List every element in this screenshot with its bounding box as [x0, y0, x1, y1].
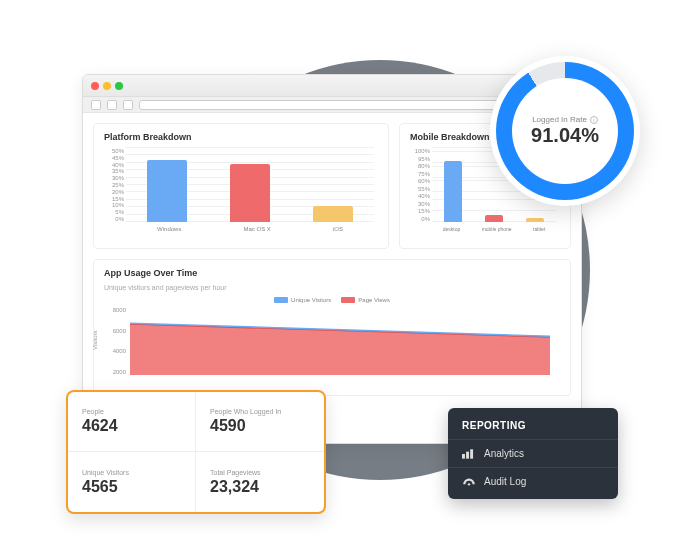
donut-value: 91.04% — [531, 124, 599, 147]
back-button[interactable] — [91, 100, 101, 110]
stat-value: 4565 — [82, 478, 181, 496]
bar-desktop — [444, 161, 462, 222]
bar-tablet — [526, 218, 544, 222]
app-usage-chart: Visitors 8000600040002000 — [104, 307, 560, 387]
area-svg — [130, 307, 550, 375]
y-axis-title: Visitors — [92, 330, 98, 350]
y-axis-labels: 8000600040002000 — [104, 307, 126, 375]
stat-people: People 4624 — [68, 392, 196, 452]
close-icon[interactable] — [91, 82, 99, 90]
donut-label: Logged In Rate i — [532, 115, 598, 124]
reporting-item-analytics[interactable]: Analytics — [448, 439, 618, 467]
legend-unique-visitors: Unique Visitors — [291, 297, 331, 303]
stat-label: People Who Logged In — [210, 408, 310, 415]
reload-button[interactable] — [123, 100, 133, 110]
stat-value: 4590 — [210, 417, 310, 435]
card-title: App Usage Over Time — [104, 268, 560, 278]
y-axis-labels: 50%45%40%35%30%25%20%15%10%5%0% — [104, 148, 124, 222]
legend-page-views: Page Views — [358, 297, 390, 303]
svg-rect-3 — [470, 449, 473, 458]
y-axis-labels: 100%95%80%75%60%55%40%30%15%0% — [410, 148, 430, 222]
bar-windows — [147, 160, 187, 222]
stat-label: Total Pageviews — [210, 469, 310, 476]
svg-rect-1 — [462, 454, 465, 459]
analytics-icon — [462, 449, 476, 459]
forward-button[interactable] — [107, 100, 117, 110]
reporting-item-label: Audit Log — [484, 476, 526, 487]
svg-marker-0 — [130, 324, 550, 375]
card-title: Platform Breakdown — [104, 132, 378, 142]
platform-breakdown-chart: 50%45%40%35%30%25%20%15%10%5%0% Windows … — [104, 148, 378, 240]
minimize-icon[interactable] — [103, 82, 111, 90]
bar-macosx — [230, 164, 270, 222]
stat-people-logged-in: People Who Logged In 4590 — [196, 392, 324, 452]
bars — [126, 148, 374, 222]
gauge-icon — [462, 477, 476, 487]
legend: Unique Visitors Page Views — [104, 297, 560, 303]
info-icon[interactable]: i — [590, 116, 598, 124]
stat-label: Unique Visitors — [82, 469, 181, 476]
reporting-panel: REPORTING Analytics Audit Log — [448, 408, 618, 499]
maximize-icon[interactable] — [115, 82, 123, 90]
svg-rect-2 — [466, 451, 469, 458]
stat-unique-visitors: Unique Visitors 4565 — [68, 452, 196, 512]
card-subtitle: Unique visitors and pageviews per hour — [104, 284, 560, 291]
reporting-title: REPORTING — [448, 420, 618, 439]
stat-label: People — [82, 408, 181, 415]
reporting-item-label: Analytics — [484, 448, 524, 459]
stat-value: 4624 — [82, 417, 181, 435]
app-usage-card: App Usage Over Time Unique visitors and … — [93, 259, 571, 396]
x-axis-labels: desktop mobile phone tablet — [432, 226, 556, 240]
stats-card: People 4624 People Who Logged In 4590 Un… — [66, 390, 326, 514]
bar-ios — [313, 206, 353, 222]
svg-point-4 — [468, 483, 470, 485]
x-axis-labels: Windows Mac OS X iOS — [126, 226, 374, 240]
stat-total-pageviews: Total Pageviews 23,324 — [196, 452, 324, 512]
reporting-item-audit-log[interactable]: Audit Log — [448, 467, 618, 495]
platform-breakdown-card: Platform Breakdown 50%45%40%35%30%25%20%… — [93, 123, 389, 249]
bar-mobile-phone — [485, 215, 503, 222]
stat-value: 23,324 — [210, 478, 310, 496]
logged-in-rate-donut: Logged In Rate i 91.04% — [490, 56, 640, 206]
